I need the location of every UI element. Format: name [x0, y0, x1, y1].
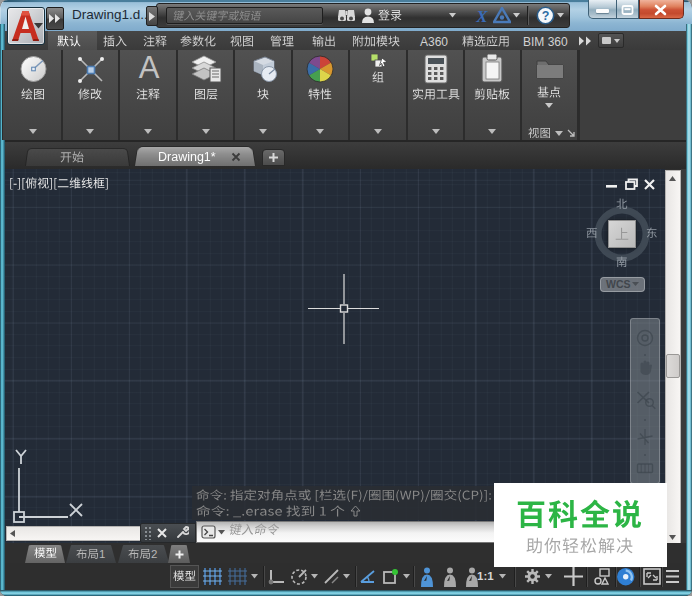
svg-text:X: X — [475, 7, 488, 24]
svg-text:?: ? — [542, 9, 550, 23]
